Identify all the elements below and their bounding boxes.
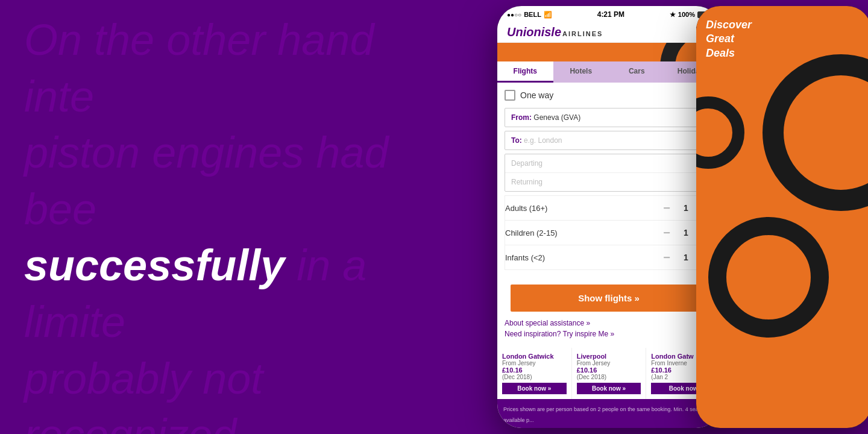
tab-cars[interactable]: Cars [609, 61, 665, 83]
show-flights-wrapper: Show flights » [497, 272, 720, 316]
dest-price-0: £10.16 [502, 366, 567, 374]
logo: Unionisle AIRLINES [507, 25, 603, 39]
dest-date-1: (Dec 2018) [577, 374, 641, 380]
dest-city-1: Liverpool [577, 353, 641, 360]
passengers-section: Adults (16+) − 1 + Children (2-15) − 1 [505, 195, 713, 270]
links-section: About special assistance » Need inspirat… [497, 316, 720, 345]
dest-card-1: Liverpool From Jersey £10.16 (Dec 2018) … [572, 348, 647, 399]
phone-body: ●●○○ BELL 📶 4:21 PM ★ 100% Unionisle AIR… [497, 6, 720, 428]
infants-row: Infants (<2) − 1 + [505, 245, 712, 269]
date-fields: Departing Returning [505, 154, 713, 192]
children-count: 1 [681, 228, 691, 237]
carrier-label: BELL [524, 11, 541, 18]
departing-field[interactable]: Departing [505, 154, 712, 173]
from-field[interactable]: From: Geneva (GVA) [505, 108, 713, 127]
adults-row: Adults (16+) − 1 + [505, 196, 712, 221]
dest-date-0: (Dec 2018) [502, 374, 567, 380]
battery-label: 100% [678, 11, 695, 18]
adults-count: 1 [681, 203, 691, 213]
returning-field[interactable]: Returning [505, 173, 712, 191]
from-value: Geneva (GVA) [533, 113, 580, 122]
status-time: 4:21 PM [597, 10, 624, 19]
phone-screen: Unionisle AIRLINES Flights Hot [497, 23, 720, 428]
children-row: Children (2-15) − 1 + [505, 221, 712, 245]
one-way-label: One way [520, 90, 553, 100]
footer-note: Prices shown are per person based on 2 p… [497, 399, 720, 428]
one-way-row: One way [505, 90, 713, 101]
from-label: From: [511, 113, 532, 122]
footer-text: Prices shown are per person based on 2 p… [503, 406, 703, 423]
book-button-0[interactable]: Book now » [502, 383, 567, 394]
dest-price-1: £10.16 [577, 366, 641, 374]
phone2-text: DiscoverGreatDeals [706, 18, 752, 60]
phone2-circle-1 [763, 54, 868, 211]
bluetooth-icon: ★ [670, 11, 676, 19]
logo-subtitle: AIRLINES [562, 30, 603, 37]
app-header: Unionisle AIRLINES [497, 23, 720, 43]
dest-from-0: From Jersey [502, 360, 567, 366]
destination-cards: London Gatwick From Jersey £10.16 (Dec 2… [497, 348, 720, 399]
dest-card-0: London Gatwick From Jersey £10.16 (Dec 2… [497, 348, 572, 399]
phone2-circle-3 [696, 96, 744, 169]
infants-minus[interactable]: − [659, 250, 674, 265]
infants-label: Infants (<2) [505, 253, 545, 262]
phone2-body: DiscoverGreatDeals [696, 6, 868, 428]
background-text: On the other hand inte piston engines ha… [0, 0, 470, 434]
to-label: To: [511, 136, 522, 145]
status-signal: ●●○○ BELL 📶 [507, 11, 552, 19]
orange-header-bg [497, 43, 720, 61]
search-form: One way From: Geneva (GVA) To: e.g. Lond… [497, 83, 720, 272]
to-field[interactable]: To: e.g. London [505, 131, 713, 150]
wifi-icon: 📶 [544, 11, 552, 19]
status-bar: ●●○○ BELL 📶 4:21 PM ★ 100% [497, 6, 720, 23]
special-assistance-link[interactable]: About special assistance » [505, 319, 713, 327]
book-button-1[interactable]: Book now » [577, 383, 641, 394]
adults-minus[interactable]: − [659, 201, 674, 215]
to-placeholder: e.g. London [524, 136, 562, 145]
children-minus[interactable]: − [659, 225, 674, 240]
children-label: Children (2-15) [505, 228, 558, 237]
tab-flights[interactable]: Flights [497, 61, 553, 83]
tab-bar: Flights Hotels Cars Holidays [497, 61, 720, 83]
inspire-link[interactable]: Need inspiration? Try inspire Me » [505, 330, 713, 338]
adults-label: Adults (16+) [505, 204, 547, 213]
dest-city-0: London Gatwick [502, 353, 567, 360]
show-flights-button[interactable]: Show flights » [511, 285, 707, 312]
tab-hotels[interactable]: Hotels [553, 61, 609, 83]
one-way-checkbox[interactable] [505, 90, 515, 101]
signal-dots: ●●○○ [507, 11, 521, 18]
left-background: On the other hand inte piston engines ha… [0, 0, 470, 434]
phone2-circle-2 [708, 217, 829, 338]
dest-from-1: From Jersey [577, 360, 641, 366]
phone2-screen: DiscoverGreatDeals [696, 6, 868, 428]
infants-count: 1 [681, 253, 691, 262]
logo-brand: Unionisle [507, 25, 561, 39]
